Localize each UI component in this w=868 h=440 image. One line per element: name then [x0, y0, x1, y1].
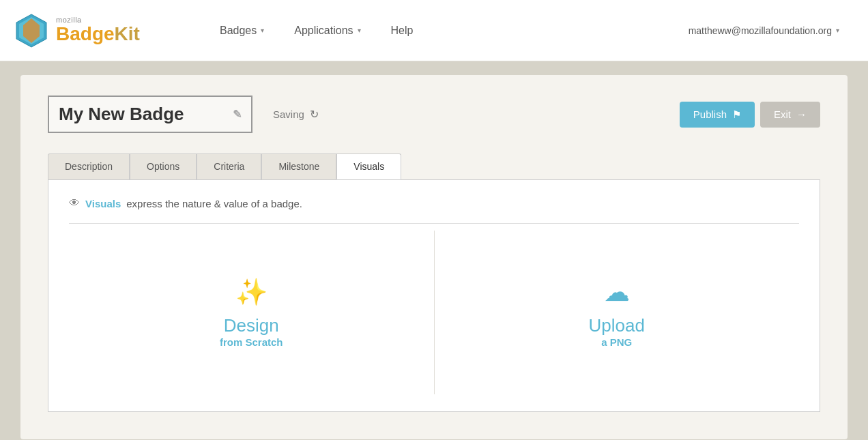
design-from-scratch-option[interactable]: ✨ Design from Scratch	[69, 231, 435, 394]
edit-icon: ✎	[233, 108, 242, 121]
tab-milestone-label: Milestone	[278, 161, 319, 172]
publish-button[interactable]: Publish ⚑	[680, 102, 755, 128]
nav-badges[interactable]: Badges ▾	[205, 18, 279, 44]
chevron-down-icon: ▾	[836, 27, 839, 34]
logo-kit-word: Kit	[115, 23, 140, 44]
tab-options[interactable]: Options	[130, 153, 197, 179]
upload-icon: ☁	[604, 277, 630, 307]
nav-badges-label: Badges	[220, 25, 257, 37]
tab-description-label: Description	[65, 161, 113, 172]
navbar: mozilla BadgeKit Badges ▾ Applications ▾…	[0, 0, 868, 61]
publish-label: Publish	[693, 108, 727, 120]
saving-label: Saving	[273, 108, 304, 120]
upload-png-option[interactable]: ☁ Upload a PNG	[435, 231, 800, 394]
tabs-row: Description Options Criteria Milestone V…	[48, 153, 820, 179]
design-title: Design	[224, 315, 279, 336]
exit-button[interactable]: Exit →	[760, 102, 820, 128]
nav-applications[interactable]: Applications ▾	[279, 18, 375, 44]
content-card: My New Badge ✎ Saving ↻ Publish ⚑ Exit →	[20, 75, 848, 439]
badge-name-field[interactable]: My New Badge ✎	[48, 96, 252, 133]
nav-applications-label: Applications	[294, 25, 353, 37]
nav-help-label: Help	[391, 25, 414, 37]
eye-icon: 👁	[69, 197, 80, 209]
tab-visuals-label: Visuals	[353, 161, 384, 172]
tab-criteria-label: Criteria	[214, 161, 244, 172]
design-icon: ✨	[235, 277, 267, 307]
upload-title: Upload	[589, 315, 645, 336]
publish-icon: ⚑	[732, 108, 741, 121]
chevron-down-icon: ▾	[261, 27, 264, 34]
refresh-icon: ↻	[310, 108, 319, 121]
exit-label: Exit	[774, 108, 791, 120]
badgekit-logo-icon	[14, 13, 49, 48]
tab-content-visuals: 👁 Visuals express the nature & value of …	[48, 179, 820, 412]
action-buttons: Publish ⚑ Exit →	[680, 102, 820, 128]
nav-user-menu[interactable]: mattheww@mozillafoundation.org ▾	[674, 18, 854, 43]
chevron-down-icon: ▾	[358, 27, 361, 34]
logo-text: mozilla BadgeKit	[56, 16, 140, 45]
upload-subtitle: a PNG	[601, 336, 632, 348]
tab-milestone[interactable]: Milestone	[261, 153, 336, 179]
visuals-description: 👁 Visuals express the nature & value of …	[69, 197, 799, 209]
visuals-description-text: express the nature & value of a badge.	[126, 198, 302, 209]
tab-criteria[interactable]: Criteria	[197, 153, 261, 179]
nav-help[interactable]: Help	[376, 18, 429, 44]
design-subtitle: from Scratch	[220, 336, 283, 348]
design-label: Design from Scratch	[220, 315, 283, 348]
badge-title-row: My New Badge ✎ Saving ↻ Publish ⚑ Exit →	[48, 96, 820, 133]
visuals-link[interactable]: Visuals	[85, 198, 121, 209]
upload-label: Upload a PNG	[589, 315, 645, 348]
options-panel: ✨ Design from Scratch ☁ Upload a PNG	[69, 231, 799, 394]
tab-visuals[interactable]: Visuals	[336, 153, 401, 179]
main-wrapper: My New Badge ✎ Saving ↻ Publish ⚑ Exit →	[0, 61, 868, 440]
tab-description[interactable]: Description	[48, 153, 130, 179]
saving-indicator: Saving ↻	[273, 108, 319, 121]
nav-items: Badges ▾ Applications ▾ Help	[205, 18, 674, 44]
tab-options-label: Options	[147, 161, 179, 172]
logo-badge-word: Badge	[56, 23, 115, 44]
divider	[69, 223, 799, 224]
logo-badgekit: BadgeKit	[56, 24, 140, 45]
user-email: mattheww@mozillafoundation.org	[689, 25, 832, 36]
badge-name-text: My New Badge	[59, 104, 184, 125]
exit-icon: →	[796, 108, 807, 120]
logo-area: mozilla BadgeKit	[14, 13, 205, 48]
